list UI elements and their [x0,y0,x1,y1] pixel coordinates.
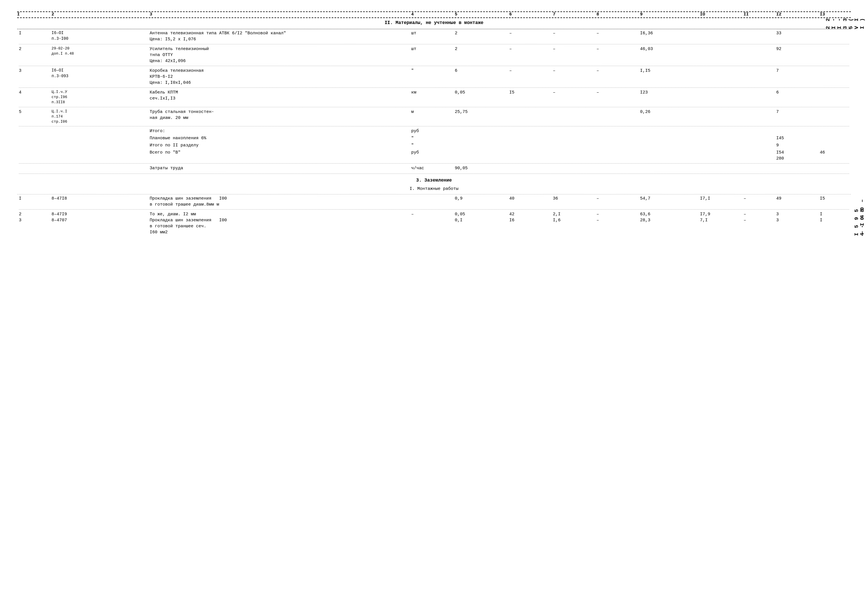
col5-val: 2 [453,30,508,43]
col10-val [698,89,741,106]
row-num: I [17,30,50,43]
col13-val [818,89,851,106]
col13-val: I5 [818,195,851,208]
itogo-label: Итого: [148,128,409,135]
col-header-4: 4 [409,12,453,17]
col7-val: 36 [551,195,595,208]
col11-val: – [742,195,775,208]
col-header-5: 5 [453,12,508,17]
table-row: 2 29-02-20доп.I п.48 Усилитель телевизио… [17,46,851,65]
unit: км [409,89,453,106]
col7-val [551,108,595,125]
col-header-8: 8 [595,12,638,17]
unit: шт [409,46,453,65]
col6-val: – [508,46,551,65]
page: I 2 3 4 5 6 7 8 9 IO II I2 I3 II. Матери… [17,11,851,236]
description: Коробка телевизионнаяКРТВ-6-I2Цена: I,I0… [148,67,409,86]
col-header-2: 2 [50,12,148,17]
col13-val [818,30,851,43]
col10-val: I7,I [698,195,741,208]
col10-val: I7,97,I [698,211,741,236]
col6-val: – [508,67,551,86]
col11-val: –– [742,211,775,236]
ref-code: 8–47I98–4707 [50,211,148,236]
plan-val: I45 [775,135,818,142]
description: Прокладка шин заземления I00в готовой тр… [148,195,409,208]
itogo-II-val: 9 [775,142,818,149]
col7-val: – [551,67,595,86]
ref-code: 29-02-20доп.I п.48 [50,46,148,65]
col8-val: – [595,67,638,86]
col11-val [742,30,775,43]
ref-code: Ц.I.ч.Iп.174стр.I06 [50,108,148,125]
zatrat-label: Затраты труда [148,165,409,172]
totals-row-itogo-II: Итого по II разделу " 9 [17,142,851,149]
unit [409,195,453,208]
col6-val: 40 [508,195,551,208]
table-row: 3 I6–OIп.3-093 Коробка телевизионнаяКРТВ… [17,67,851,86]
col11-val [742,67,775,86]
section3-data-table: I 8–47I8 Прокладка шин заземления I00в г… [17,195,851,236]
col9-val: 54,7 [638,195,699,208]
col5-val: 0,9 [453,195,508,208]
section-3-subsection: I. Монтажные работы [17,186,851,191]
col11-val [742,108,775,125]
totals-row-plan: Плановые накопления 6% " I45 [17,135,851,142]
col13-val [818,46,851,65]
col6-val: 42I6 [508,211,551,236]
row-num: 23 [17,211,50,236]
col5-val: 0,05 [453,89,508,106]
col7-val: – [551,30,595,43]
row-num: I [17,195,50,208]
itogo-unit: руб [409,128,453,135]
col7-val: – [551,46,595,65]
totals-row-zatrat: Затраты труда ч/час 90,05 [17,165,851,172]
table-row: 23 8–47I98–4707 То же, диам. I2 ммПрокла… [17,211,851,236]
col-header-7: 7 [551,12,595,17]
table-row: 5 Ц.I.ч.Iп.174стр.I06 Труба стальная тон… [17,108,851,125]
col13-val: II [818,211,851,236]
ref-code: I6–OIп.3-I00 [50,30,148,43]
col-header-3: 3 [148,12,409,17]
col8-val: –– [595,211,638,236]
vsego-label: Всего по "В" [148,149,409,162]
col10-val [698,67,741,86]
row-num: 3 [17,67,50,86]
ref-code: Ц.I.ч.Устр.I96п.3II8 [50,89,148,106]
description: То же, диам. I2 ммПрокладка шин заземлен… [148,211,409,236]
col9-val: 46,03 [638,46,699,65]
col12-val: 6 [775,89,818,106]
col6-val: I5 [508,89,551,106]
unit: м [409,108,453,125]
table-row: I 8–47I8 Прокладка шин заземления I00в г… [17,195,851,208]
col-header-9: 9 [638,12,699,17]
side-note-doc-num: 2 2 I - I - 3 3 5 ( V I I ) [825,14,865,29]
column-header-table: I 2 3 4 5 6 7 8 9 IO II I2 I3 [17,12,851,17]
col7-val: – [551,89,595,106]
vsego-unit: руб [409,149,453,162]
ref-code: I6–OIп.3-093 [50,67,148,86]
section-3-title: 3. Заземление [17,178,851,183]
col8-val [595,108,638,125]
vsego-val: I54 280 [775,149,818,162]
plan-label: Плановые накопления 6% [148,135,409,142]
ref-code: 8–47I8 [50,195,148,208]
col9-val: I23 [638,89,699,106]
col10-val [698,46,741,65]
description: Усилитель телевизионныйтнпа ОТТYЦена: 42… [148,46,409,65]
col5-val: 0,050,I [453,211,508,236]
col5-val: 2 [453,46,508,65]
zatrat-val: 90,05 [453,165,508,172]
col13-val [818,67,851,86]
plan-unit: " [409,135,453,142]
description: Антенна телевизионная типа АТВК 6/I2 "Во… [148,30,409,43]
col6-val [508,108,551,125]
itogo-II-label: Итого по II разделу [148,142,409,149]
totals-row-itogo: Итого: руб [17,128,851,135]
row-num: 2 [17,46,50,65]
col-header-12: I2 [775,12,818,17]
col12-val: 92 [775,46,818,65]
col12-val: 33 [775,211,818,236]
unit: – [409,211,453,236]
zatrat-unit: ч/час [409,165,453,172]
